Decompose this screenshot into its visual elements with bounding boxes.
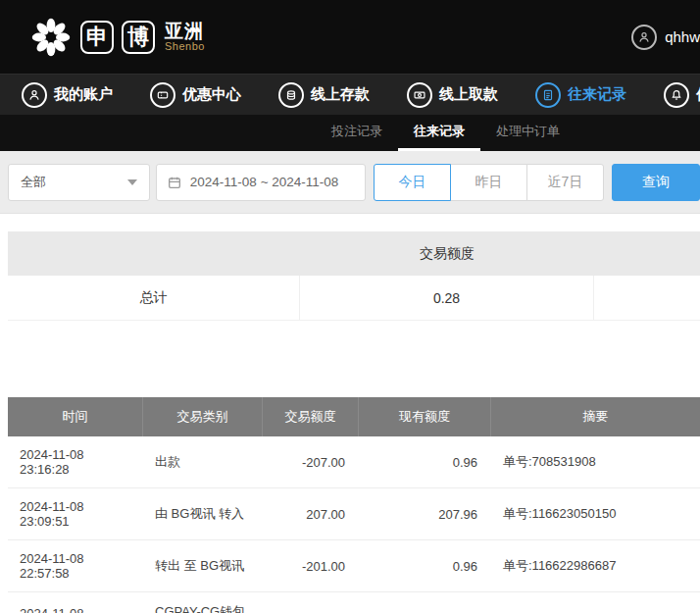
cell-type: 由 BG视讯 转入	[143, 488, 263, 539]
tab-betting-records[interactable]: 投注记录	[316, 115, 398, 151]
top-header: 申 博 亚洲 Shenbo qhhw	[0, 0, 700, 74]
nav-item-withdraw[interactable]: 线上取款	[407, 82, 498, 108]
summary-table: 交易额度 总计 0.28	[8, 231, 700, 321]
cell-time: 2024-11-08 23:16:28	[8, 436, 143, 487]
cell-time: 2024-11-08 22:57:44	[8, 592, 143, 613]
summary-total-row: 总计 0.28	[8, 276, 700, 321]
cell-summary: 单号:202411093776573871	[491, 592, 700, 613]
yesterday-button[interactable]: 昨日	[450, 164, 527, 201]
cell-amount: 207.00	[263, 488, 359, 539]
transaction-table: 时间 交易类别 交易额度 现有额度 摘要 2024-11-08 23:16:28…	[8, 397, 700, 613]
nav-label: 我的账户	[54, 85, 113, 104]
last7days-button[interactable]: 近7日	[526, 164, 604, 201]
logo-region-cn: 亚洲	[165, 22, 205, 41]
nav-item-promotions[interactable]: 优惠中心	[150, 82, 241, 108]
summary-header-amount: 交易额度	[300, 245, 594, 263]
username-label: qhhw	[665, 28, 700, 45]
nav-label: 线上存款	[311, 85, 370, 104]
cell-summary: 单号:708531908	[491, 436, 700, 487]
user-icon	[22, 82, 47, 108]
filter-bar: 全部 2024-11-08 ~ 2024-11-08 今日 昨日 近7日 查询	[0, 151, 700, 214]
logo-char-shen: 申	[80, 21, 114, 54]
cell-amount: -207.00	[263, 436, 359, 487]
cell-balance: 207.96	[359, 488, 491, 539]
type-select[interactable]: 全部	[8, 164, 150, 201]
cell-type: 出款	[143, 436, 263, 487]
coins-deposit-icon	[278, 82, 304, 108]
today-button[interactable]: 今日	[374, 164, 451, 201]
nav-label: 信	[696, 85, 700, 104]
nav-item-messages[interactable]: 信	[664, 82, 700, 108]
coupon-icon	[150, 82, 175, 108]
records-icon	[535, 82, 561, 108]
cell-amount: 1.00	[263, 592, 359, 613]
logo-char-bo: 博	[122, 21, 155, 54]
cell-balance: 201.96	[359, 592, 491, 613]
cell-type: CGPAY-CG钱包支付笔笔送优惠	[143, 592, 263, 613]
cell-summary: 单号:116622986687	[491, 540, 700, 591]
nav-label: 线上取款	[439, 85, 498, 104]
col-balance: 现有额度	[359, 397, 491, 436]
cell-type: 转出 至 BG视讯	[143, 540, 263, 591]
summary-header-row: 交易额度	[8, 231, 700, 276]
sub-nav: 投注记录 往来记录 处理中订单	[0, 115, 700, 151]
nav-label: 往来记录	[568, 85, 626, 104]
quick-date-buttons: 今日 昨日 近7日	[374, 164, 604, 201]
cell-time: 2024-11-08 22:57:58	[8, 540, 143, 591]
summary-total-value: 0.28	[300, 276, 594, 320]
banknote-icon	[407, 82, 432, 108]
table-row: 2024-11-08 23:16:28 出款 -207.00 0.96 单号:7…	[8, 436, 700, 488]
table-row: 2024-11-08 23:09:51 由 BG视讯 转入 207.00 207…	[8, 488, 700, 540]
nav-label: 优惠中心	[182, 85, 241, 104]
cell-balance: 0.96	[359, 436, 491, 487]
col-time: 时间	[8, 397, 143, 436]
bell-icon	[664, 82, 689, 108]
search-button[interactable]: 查询	[612, 164, 700, 201]
summary-total-label: 总计	[8, 276, 300, 320]
summary-empty-cell	[594, 276, 700, 320]
cell-balance: 0.96	[359, 540, 491, 591]
cell-amount: -201.00	[263, 540, 359, 591]
date-range-input[interactable]: 2024-11-08 ~ 2024-11-08	[156, 164, 366, 201]
logo-region: 亚洲 Shenbo	[165, 22, 205, 52]
flower-logo-icon	[29, 16, 73, 59]
main-nav: 我的账户 优惠中心 线上存款 线上取款	[0, 74, 700, 115]
table-row: 2024-11-08 22:57:44 CGPAY-CG钱包支付笔笔送优惠 1.…	[8, 592, 700, 613]
col-summary: 摘要	[491, 397, 700, 436]
table-row: 2024-11-08 22:57:58 转出 至 BG视讯 -201.00 0.…	[8, 540, 700, 592]
type-select-value: 全部	[21, 174, 46, 191]
nav-item-deposit[interactable]: 线上存款	[278, 82, 370, 108]
col-type: 交易类别	[143, 397, 263, 436]
user-account[interactable]: qhhw	[631, 25, 700, 50]
nav-item-transaction-records[interactable]: 往来记录	[535, 82, 626, 108]
cell-time: 2024-11-08 23:09:51	[8, 488, 143, 539]
tab-transaction-records[interactable]: 往来记录	[398, 115, 480, 151]
cell-summary: 单号:116623050150	[491, 488, 700, 539]
user-avatar-icon	[631, 25, 657, 50]
chevron-down-icon	[127, 179, 137, 185]
date-range-value: 2024-11-08 ~ 2024-11-08	[190, 175, 339, 189]
logo-region-en: Shenbo	[165, 41, 205, 53]
nav-item-my-account[interactable]: 我的账户	[22, 82, 113, 108]
site-logo[interactable]: 申 博 亚洲 Shenbo	[29, 16, 205, 59]
tab-pending-orders[interactable]: 处理中订单	[480, 115, 575, 151]
table-header-row: 时间 交易类别 交易额度 现有额度 摘要	[8, 397, 700, 436]
calendar-icon	[167, 175, 182, 190]
col-amount: 交易额度	[263, 397, 359, 436]
